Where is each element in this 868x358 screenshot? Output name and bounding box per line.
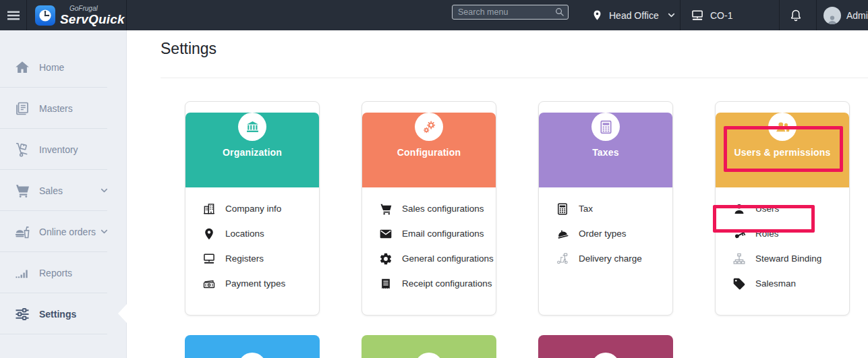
card-item-payment-types[interactable]: Payment types — [185, 271, 319, 296]
calculator-icon — [556, 202, 569, 216]
sidebar-item-settings[interactable]: Settings — [0, 293, 126, 334]
location-pin-icon — [591, 9, 603, 21]
card-item-users[interactable]: Users — [716, 196, 849, 221]
profile-name: Admin — [846, 10, 868, 21]
card-item-email-configurations[interactable]: Email configurations — [362, 221, 496, 246]
card-icon-circle — [415, 113, 443, 141]
search-icon — [554, 7, 565, 17]
location-label: Head Office — [609, 10, 659, 21]
users-group-icon — [775, 119, 790, 135]
card-icon-circle — [415, 353, 443, 358]
receipt-icon — [379, 277, 393, 291]
card-item-sales-configurations[interactable]: Sales configurations — [362, 196, 496, 221]
location-selector[interactable]: Head Office — [591, 0, 676, 30]
card-item-general-configurations[interactable]: General configurations — [362, 246, 496, 271]
card-icon-circle — [591, 353, 620, 358]
notifications-button[interactable] — [785, 0, 807, 30]
sliders-icon — [14, 306, 30, 322]
profile-menu[interactable]: Admin — [823, 0, 868, 30]
online-orders-icon — [14, 224, 30, 240]
sidebar-item-masters[interactable]: Masters — [0, 88, 126, 129]
card-item-label: Delivery charge — [579, 253, 642, 264]
sidebar-nav: HomeMastersInventorySalesOnline ordersRe… — [0, 30, 126, 334]
sidebar-item-inventory[interactable]: Inventory — [0, 129, 126, 170]
sidebar-item-reports[interactable]: Reports — [0, 252, 126, 293]
hamburger-menu-button[interactable] — [0, 0, 27, 30]
card-item-roles[interactable]: Roles — [716, 221, 849, 246]
register-icon — [691, 9, 704, 22]
topbar-divider — [779, 0, 780, 30]
tag-icon — [732, 277, 746, 291]
card-item-registers[interactable]: Registers — [185, 246, 319, 271]
card-header-organization[interactable]: Organization — [185, 113, 319, 187]
settings-card-partial[interactable] — [185, 335, 320, 358]
card-item-company-info[interactable]: Company info — [185, 196, 319, 221]
chevron-down-icon — [667, 11, 676, 20]
card-item-locations[interactable]: Locations — [185, 221, 319, 246]
calculator-icon — [598, 119, 614, 135]
person-icon — [826, 13, 838, 24]
settings-card-configuration: ConfigurationSales configurationsEmail c… — [361, 101, 496, 316]
sidebar-item-online-orders[interactable]: Online orders — [0, 211, 126, 252]
card-header-taxes[interactable]: Taxes — [539, 113, 672, 187]
card-header-users-permissions[interactable]: Users & permissions — [716, 113, 849, 187]
search-box — [452, 5, 569, 20]
settings-card-partial[interactable] — [361, 335, 496, 358]
card-icon-circle — [238, 113, 266, 141]
card-item-salesman[interactable]: Salesman — [716, 271, 849, 296]
bell-icon — [789, 7, 803, 23]
card-item-steward-binding[interactable]: Steward Binding — [716, 246, 849, 271]
register-selector[interactable]: CO-1 — [691, 0, 732, 30]
scooter-icon — [556, 252, 569, 266]
sidebar-item-label: Online orders — [39, 227, 96, 237]
card-item-label: Locations — [225, 229, 264, 239]
search-input[interactable] — [452, 5, 569, 20]
cart-icon — [379, 202, 393, 216]
sidebar-item-sales[interactable]: Sales — [0, 170, 126, 211]
gears-icon — [422, 119, 437, 135]
app-window: GoFrugal ServQuick Head Office CO-1 A — [0, 0, 868, 358]
reports-icon — [14, 265, 30, 281]
card-item-label: Registers — [225, 253, 264, 264]
mail-icon — [379, 227, 393, 241]
company-building-icon — [202, 202, 216, 216]
card-header-configuration[interactable]: Configuration — [362, 113, 496, 187]
sidebar-item-home[interactable]: Home — [0, 47, 126, 88]
card-item-label: General configurations — [402, 253, 494, 264]
sidebar-item-label: Sales — [39, 185, 63, 196]
settings-cards-row-1: OrganizationCompany infoLocationsRegiste… — [185, 101, 850, 316]
hierarchy-icon — [732, 252, 746, 266]
card-title: Organization — [185, 147, 319, 158]
card-item-order-types[interactable]: Order types — [539, 221, 672, 246]
card-item-delivery-charge[interactable]: Delivery charge — [539, 246, 672, 271]
pin-icon — [202, 227, 216, 241]
brand-clock-icon — [35, 5, 55, 26]
sidebar-item-label: Masters — [39, 103, 73, 114]
brand-logo[interactable]: GoFrugal ServQuick — [28, 0, 127, 30]
masters-icon — [14, 100, 30, 117]
card-item-list: UsersRolesSteward BindingSalesman — [716, 187, 849, 296]
banknotes-icon — [202, 277, 216, 291]
card-item-label: Sales configurations — [402, 204, 484, 214]
avatar — [823, 7, 841, 24]
cart-icon — [14, 183, 30, 199]
active-item-notch — [118, 304, 127, 323]
page-title: Settings — [161, 40, 216, 58]
card-item-label: Tax — [579, 204, 593, 214]
card-item-list: Sales configurationsEmail configurations… — [362, 187, 496, 296]
card-item-label: Steward Binding — [755, 253, 821, 264]
card-item-receipt-configurations[interactable]: Receipt configurations — [362, 271, 496, 296]
card-item-label: Order types — [579, 229, 627, 239]
card-item-label: Roles — [755, 229, 779, 239]
card-item-tax[interactable]: Tax — [539, 196, 672, 221]
chevron-down-icon — [100, 186, 109, 195]
sidebar: HomeMastersInventorySalesOnline ordersRe… — [0, 30, 127, 358]
card-icon-circle — [591, 113, 620, 141]
settings-card-partial[interactable] — [538, 335, 673, 358]
settings-card-taxes: TaxesTaxOrder typesDelivery charge — [538, 101, 673, 316]
settings-card-users-permissions: Users & permissionsUsersRolesSteward Bin… — [715, 101, 850, 316]
topbar-divider — [816, 0, 817, 30]
main-content: Settings OrganizationCompany infoLocatio… — [127, 30, 868, 358]
card-icon-circle — [238, 353, 266, 358]
card-title: Users & permissions — [716, 147, 849, 158]
